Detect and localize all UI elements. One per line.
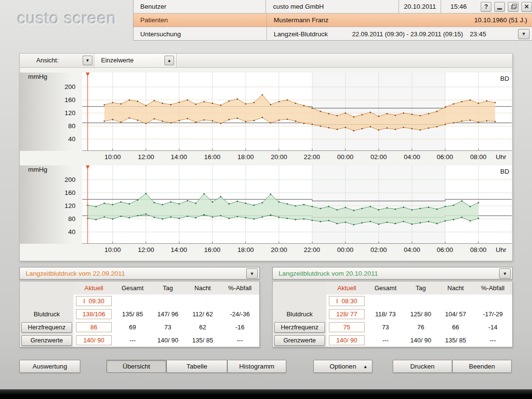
- measurement-dot: [303, 105, 305, 106]
- table-title-bar[interactable]: Langzeitblutdruck vom 20.10.2011 ▼: [272, 267, 513, 280]
- table-select-dropdown[interactable]: ▼: [499, 268, 511, 279]
- exam-select-dropdown[interactable]: ▼: [518, 29, 530, 39]
- measurement-dot: [220, 215, 222, 217]
- stat-value: 73: [367, 321, 404, 334]
- measurement-dot: [478, 103, 479, 104]
- row-label-grenzwerte[interactable]: Grenzwerte: [21, 335, 72, 346]
- close-button[interactable]: ×: [521, 2, 532, 12]
- table-cell: [473, 295, 512, 308]
- row-label-herzfrequenz[interactable]: Herzfrequenz: [21, 322, 72, 333]
- measurement-dot: [170, 104, 172, 105]
- measurement-dot: [145, 193, 147, 194]
- x-tick-label: 16:00: [200, 153, 225, 161]
- minimize-button[interactable]: [494, 2, 505, 12]
- measurement-dot: [311, 107, 313, 109]
- measurement-dot: [153, 217, 155, 218]
- untersuchung-label[interactable]: Untersuchung: [133, 27, 267, 41]
- measurement-dot: [245, 203, 246, 204]
- table-cell: Blutdruck: [273, 308, 326, 321]
- measurement-dot: [145, 123, 147, 124]
- measurement-dot: [353, 224, 355, 225]
- measurement-dot: [411, 114, 413, 115]
- x-tick-label: 00:00: [333, 246, 358, 253]
- measurement-dot: [153, 118, 155, 119]
- column-header: Gesamt: [367, 281, 404, 295]
- aktuell-value[interactable]: 128/ 77: [329, 309, 365, 319]
- aktuell-value[interactable]: 140/ 90: [329, 335, 365, 345]
- bp-plot-oct20[interactable]: BD: [82, 165, 512, 244]
- measurement-dot: [411, 209, 413, 210]
- histogramm-button[interactable]: Histogramm: [227, 360, 286, 373]
- table-cell: 140/ 90: [74, 334, 114, 347]
- einzelwerte-control[interactable]: Einzelwerte ▲: [94, 54, 177, 67]
- measurement-dot: [395, 115, 396, 116]
- measurement-dot: [361, 114, 363, 116]
- table-row: Herzfrequenz75737666-14: [273, 321, 512, 334]
- measurement-dot: [212, 201, 213, 203]
- optionen-button[interactable]: Optionen▲: [313, 360, 372, 373]
- measurement-dot: [228, 100, 230, 102]
- aktuell-value[interactable]: 86: [76, 322, 112, 332]
- patienten-label[interactable]: Patienten: [133, 14, 267, 27]
- measurement-dot: [112, 119, 113, 120]
- beenden-button[interactable]: Beenden: [452, 360, 512, 373]
- measurement-dot: [403, 127, 404, 128]
- column-header: Tag: [151, 281, 185, 295]
- x-tick-label: 20:00: [266, 246, 292, 253]
- x-tick-label: 02:00: [366, 153, 391, 161]
- ansicht-dropdown-button[interactable]: ▼: [83, 56, 92, 65]
- tabelle-button[interactable]: Tabelle: [166, 360, 227, 373]
- drucken-button[interactable]: Drucken: [393, 360, 452, 373]
- x-tick-label: 08:00: [466, 153, 491, 161]
- measurement-dot: [95, 219, 97, 221]
- measurement-dot: [278, 201, 280, 203]
- measurement-dot: [228, 119, 230, 120]
- ansicht-control[interactable]: Ansicht: ▼: [20, 54, 94, 67]
- measurement-dot: [461, 200, 462, 202]
- x-tick-label: 08:00: [466, 246, 491, 253]
- stat-value: 66: [438, 321, 473, 334]
- measurement-dot: [361, 208, 363, 209]
- table-cell: [114, 295, 151, 308]
- measurement-dot: [428, 221, 429, 222]
- help-button[interactable]: ?: [481, 2, 491, 12]
- measurement-dot: [345, 127, 346, 128]
- benutzer-label[interactable]: Benutzer: [133, 0, 266, 13]
- uebersicht-button[interactable]: Übersicht: [106, 360, 166, 373]
- bottom-bar: [0, 389, 532, 399]
- minimize-icon: [497, 8, 502, 10]
- row-label-herzfrequenz[interactable]: Herzfrequenz: [274, 322, 325, 333]
- column-header: %-Abfall: [221, 281, 259, 295]
- measurement-dot: [262, 94, 263, 95]
- table-title-bar[interactable]: Langzeitblutdruck vom 22.09.2011 ▼: [19, 267, 260, 280]
- measurement-dot: [295, 103, 296, 104]
- bp-plot-svg[interactable]: [82, 165, 512, 244]
- auswertung-button[interactable]: Auswertung: [19, 360, 80, 373]
- measurement-dot: [436, 223, 438, 224]
- aktuell-value[interactable]: 75: [329, 322, 365, 332]
- window-controls: ? ×: [481, 2, 532, 12]
- einzelwerte-collapse-button[interactable]: ▲: [164, 56, 174, 65]
- row-label-grenzwerte[interactable]: Grenzwerte: [274, 335, 325, 346]
- aktuell-value[interactable]: 138/106: [76, 309, 112, 319]
- measurement-dot: [361, 222, 363, 223]
- measurement-dot: [328, 220, 329, 222]
- aktuell-value[interactable]: 140/ 90: [76, 335, 112, 345]
- x-tick-label: 22:00: [299, 246, 325, 253]
- bp-plot-svg[interactable]: [82, 73, 512, 151]
- current-measurement-time[interactable]: I 09:30: [76, 296, 112, 306]
- measurement-dot: [270, 122, 271, 124]
- measurement-dot: [403, 112, 404, 114]
- bp-plot-sep22[interactable]: BD: [82, 73, 512, 151]
- restore-button[interactable]: [508, 2, 518, 12]
- stat-value: 147/ 96: [151, 308, 185, 321]
- measurement-dot: [270, 104, 271, 105]
- table-cell: [221, 295, 259, 308]
- measurement-dot: [436, 111, 438, 112]
- summary-table-sep22: Langzeitblutdruck vom 22.09.2011 ▼ Aktue…: [19, 267, 260, 346]
- measurement-dot: [345, 222, 346, 223]
- header-row-benutzer: Benutzer custo med GmbH 20.10.2011 15:46…: [133, 0, 532, 14]
- current-measurement-time[interactable]: I 08:30: [329, 296, 365, 306]
- table-select-dropdown[interactable]: ▼: [246, 268, 258, 279]
- measurement-dot: [129, 217, 130, 219]
